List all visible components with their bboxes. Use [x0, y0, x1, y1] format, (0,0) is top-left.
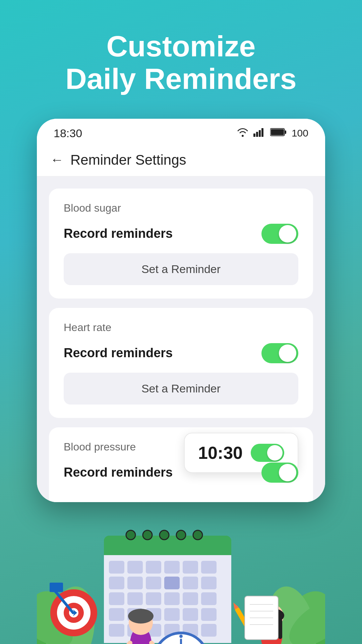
wifi-icon — [237, 127, 249, 139]
battery-level: 100 — [292, 127, 308, 139]
svg-rect-30 — [127, 577, 143, 589]
blood-sugar-card: Blood sugar Record reminders Set a Remin… — [49, 189, 313, 299]
svg-rect-31 — [146, 577, 161, 589]
svg-rect-6 — [285, 130, 286, 134]
tooltip-time: 10:30 — [198, 443, 243, 463]
signal-icon — [253, 127, 265, 139]
svg-rect-5 — [271, 129, 284, 135]
tooltip-toggle[interactable] — [251, 444, 284, 462]
content-area: Blood sugar Record reminders Set a Remin… — [37, 176, 325, 502]
back-button[interactable]: ← — [50, 152, 64, 167]
svg-rect-25 — [146, 561, 161, 574]
header-title-line2: Daily Reminders — [65, 62, 297, 95]
header-title-line1: Customize — [107, 30, 256, 63]
blood-sugar-record-label: Record reminders — [64, 226, 173, 241]
svg-rect-59 — [50, 583, 63, 592]
phone-mockup: 18:30 — [37, 119, 325, 502]
blood-pressure-record-label: Record reminders — [64, 465, 173, 480]
heart-rate-card: Heart rate Record reminders Set a Remind… — [49, 308, 313, 418]
heart-rate-record-row: Record reminders — [64, 343, 298, 363]
status-time: 18:30 — [54, 127, 82, 140]
svg-rect-27 — [183, 561, 198, 574]
svg-rect-81 — [278, 619, 282, 639]
blood-pressure-card: 10:30 Blood pressure Record reminders — [49, 427, 313, 502]
svg-point-64 — [179, 635, 183, 638]
battery-icon — [270, 128, 287, 139]
tooltip-toggle-knob — [267, 445, 283, 461]
svg-rect-26 — [164, 561, 180, 574]
svg-rect-34 — [201, 577, 217, 589]
heart-rate-set-reminder-button[interactable]: Set a Reminder — [64, 373, 298, 405]
nav-bar: ← Reminder Settings — [37, 145, 325, 176]
blood-sugar-record-row: Record reminders — [64, 224, 298, 244]
svg-line-76 — [152, 643, 158, 644]
svg-point-17 — [126, 530, 135, 540]
heart-rate-toggle-knob — [279, 344, 296, 362]
svg-rect-39 — [183, 592, 198, 605]
status-icons: 100 — [237, 127, 308, 139]
blood-pressure-toggle[interactable] — [261, 463, 298, 483]
svg-rect-1 — [256, 132, 258, 137]
blood-sugar-category: Blood sugar — [64, 202, 298, 214]
svg-rect-35 — [109, 592, 124, 605]
svg-point-21 — [193, 530, 202, 540]
svg-rect-28 — [201, 561, 217, 574]
blood-sugar-toggle[interactable] — [261, 224, 298, 244]
svg-rect-45 — [183, 608, 198, 621]
svg-rect-24 — [127, 561, 143, 574]
svg-rect-46 — [201, 608, 217, 621]
heart-rate-record-label: Record reminders — [64, 346, 173, 360]
svg-rect-33 — [183, 577, 198, 589]
status-bar: 18:30 — [37, 119, 325, 145]
heart-rate-toggle[interactable] — [261, 343, 298, 363]
svg-rect-32 — [164, 577, 180, 589]
svg-rect-44 — [164, 608, 180, 621]
svg-rect-47 — [109, 624, 124, 637]
svg-rect-38 — [164, 592, 180, 605]
illustration-area — [37, 495, 325, 644]
blood-pressure-toggle-knob — [279, 464, 296, 481]
svg-line-75 — [121, 643, 130, 644]
svg-point-18 — [143, 530, 152, 540]
svg-rect-29 — [109, 577, 124, 589]
svg-point-19 — [160, 530, 169, 540]
nav-title: Reminder Settings — [70, 152, 186, 168]
svg-rect-37 — [146, 592, 161, 605]
svg-rect-0 — [253, 133, 255, 137]
svg-rect-40 — [201, 592, 217, 605]
blood-sugar-set-reminder-button[interactable]: Set a Reminder — [64, 253, 298, 285]
svg-rect-52 — [201, 624, 217, 637]
svg-rect-36 — [127, 592, 143, 605]
svg-rect-41 — [109, 608, 124, 621]
svg-point-70 — [128, 609, 154, 624]
svg-point-20 — [176, 530, 186, 540]
svg-rect-23 — [109, 561, 124, 574]
svg-rect-2 — [259, 130, 261, 137]
blood-sugar-toggle-knob — [279, 225, 296, 243]
page-header: Customize Daily Reminders — [39, 30, 323, 95]
illustration-svg — [37, 495, 325, 644]
heart-rate-category: Heart rate — [64, 321, 298, 334]
svg-rect-3 — [261, 128, 263, 137]
